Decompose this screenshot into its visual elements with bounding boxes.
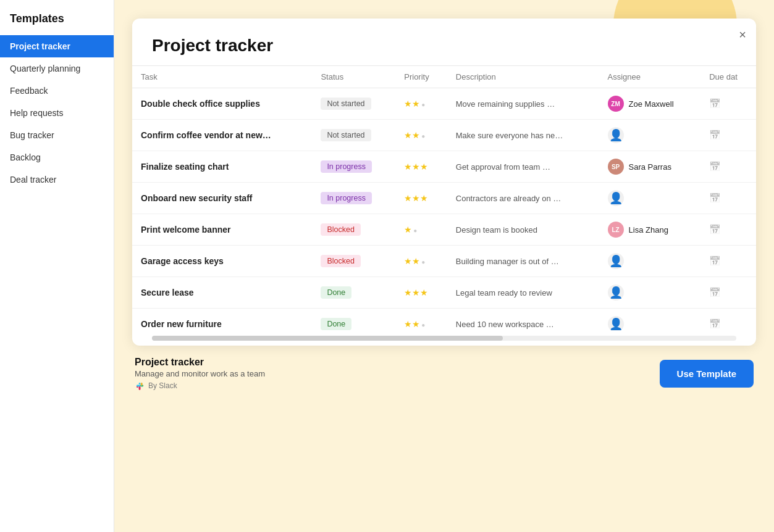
task-cell: Confirm coffee vendor at new… <box>132 120 312 151</box>
due-date-cell: 📅 <box>700 246 756 277</box>
col-task: Task <box>132 66 312 88</box>
due-date-cell: 📅 <box>700 183 756 214</box>
star-filled: ★ <box>412 320 420 329</box>
priority-dot: ● <box>421 322 425 328</box>
priority-cell: ★★● <box>395 120 447 151</box>
table-row[interactable]: Confirm coffee vendor at new…Not started… <box>132 120 756 151</box>
description-cell: Make sure everyone has ne… <box>447 120 599 151</box>
due-date-cell: 📅 <box>700 88 756 120</box>
task-cell: Garage access keys <box>132 246 312 277</box>
calendar-icon: 📅 <box>709 318 721 329</box>
table-body: Double check office suppliesNot started★… <box>132 88 756 331</box>
sidebar-item-deal-tracker[interactable]: Deal tracker <box>0 168 114 191</box>
table-row[interactable]: Onboard new security staffIn progress★★★… <box>132 183 756 214</box>
modal-card: × Project tracker Task Status Priority D… <box>132 19 756 346</box>
priority-dot: ● <box>421 133 425 139</box>
description-cell: Building manager is out of … <box>447 246 599 277</box>
main-content: × Project tracker Task Status Priority D… <box>114 0 774 532</box>
close-button[interactable]: × <box>739 28 746 41</box>
status-cell: Done <box>312 277 395 309</box>
assignee-cell: ZMZoe Maxwell <box>599 88 701 120</box>
table-row[interactable]: Double check office suppliesNot started★… <box>132 88 756 120</box>
avatar: LZ <box>608 222 624 238</box>
task-cell: Order new furniture <box>132 309 312 331</box>
footer-left: Project tracker Manage and monitor work … <box>135 357 265 391</box>
table-row[interactable]: Order new furnitureDone★★●Need 10 new wo… <box>132 309 756 331</box>
sidebar-title: Templates <box>0 10 114 35</box>
description-cell: Legal team ready to review <box>447 277 599 309</box>
task-cell: Secure lease <box>132 277 312 309</box>
priority-cell: ★★★ <box>395 183 447 214</box>
star-filled: ★ <box>412 257 420 266</box>
calendar-icon: 📅 <box>709 161 721 172</box>
scroll-thumb <box>152 336 503 341</box>
scroll-track[interactable] <box>152 336 736 341</box>
table-wrapper[interactable]: Task Status Priority Description Assigne… <box>132 65 756 331</box>
col-description: Description <box>447 66 599 88</box>
sidebar-item-backlog[interactable]: Backlog <box>0 146 114 168</box>
sidebar: Templates Project tracker Quarterly plan… <box>0 0 114 532</box>
star-filled: ★ <box>412 288 420 297</box>
task-cell: Double check office supplies <box>132 88 312 120</box>
calendar-icon: 📅 <box>709 98 721 109</box>
star-filled: ★ <box>404 225 412 235</box>
tracker-table: Task Status Priority Description Assigne… <box>132 65 756 331</box>
status-cell: In progress <box>312 151 395 183</box>
col-status: Status <box>312 66 395 88</box>
col-priority: Priority <box>395 66 447 88</box>
priority-dot: ● <box>413 227 417 234</box>
status-cell: Blocked <box>312 246 395 277</box>
avatar-placeholder: 👤 <box>608 127 624 143</box>
assignee-cell: 👤 <box>599 183 701 214</box>
table-row[interactable]: Garage access keysBlocked★★●Building man… <box>132 246 756 277</box>
star-filled: ★ <box>412 194 420 203</box>
table-row[interactable]: Print welcome bannerBlocked★●Design team… <box>132 214 756 246</box>
footer-description: Manage and monitor work as a team <box>135 369 265 378</box>
task-cell: Finalize seating chart <box>132 151 312 183</box>
star-filled: ★ <box>404 257 412 266</box>
table-row[interactable]: Finalize seating chartIn progress★★★Get … <box>132 151 756 183</box>
priority-cell: ★★● <box>395 309 447 331</box>
due-date-cell: 📅 <box>700 214 756 246</box>
sidebar-item-feedback[interactable]: Feedback <box>0 80 114 102</box>
calendar-icon: 📅 <box>709 193 721 203</box>
avatar: SP <box>608 159 624 175</box>
footer-by: By Slack <box>135 381 265 391</box>
sidebar-item-bug-tracker[interactable]: Bug tracker <box>0 124 114 146</box>
table-header: Task Status Priority Description Assigne… <box>132 66 756 88</box>
assignee-cell: LZLisa Zhang <box>599 214 701 246</box>
use-template-button[interactable]: Use Template <box>660 360 754 388</box>
sidebar-item-quarterly-planning[interactable]: Quarterly planning <box>0 57 114 80</box>
star-filled: ★ <box>420 288 428 297</box>
sidebar-item-help-requests[interactable]: Help requests <box>0 102 114 124</box>
description-cell: Contractors are already on … <box>447 183 599 214</box>
star-filled: ★ <box>404 99 412 109</box>
by-label: By Slack <box>148 381 177 390</box>
star-filled: ★ <box>412 131 420 140</box>
sidebar-item-project-tracker[interactable]: Project tracker <box>0 35 114 57</box>
table-row[interactable]: Secure leaseDone★★★Legal team ready to r… <box>132 277 756 309</box>
assignee-cell: SPSara Parras <box>599 151 701 183</box>
star-filled: ★ <box>404 162 412 172</box>
due-date-cell: 📅 <box>700 277 756 309</box>
due-date-cell: 📅 <box>700 309 756 331</box>
description-cell: Move remaining supplies … <box>447 88 599 120</box>
star-filled: ★ <box>412 99 420 109</box>
modal-header: Project tracker <box>132 19 756 65</box>
priority-cell: ★★● <box>395 246 447 277</box>
star-filled: ★ <box>412 162 420 172</box>
status-cell: Done <box>312 309 395 331</box>
priority-dot: ● <box>421 259 425 265</box>
calendar-icon: 📅 <box>709 130 721 140</box>
avatar-placeholder: 👤 <box>608 285 624 301</box>
star-filled: ★ <box>404 320 412 329</box>
assignee-name: Zoe Maxwell <box>629 99 674 109</box>
footer-title: Project tracker <box>135 357 265 368</box>
col-assignee: Assignee <box>599 66 701 88</box>
status-cell: Not started <box>312 88 395 120</box>
status-cell: Not started <box>312 120 395 151</box>
star-filled: ★ <box>420 194 428 203</box>
star-filled: ★ <box>404 131 412 140</box>
assignee-cell: 👤 <box>599 277 701 309</box>
task-cell: Onboard new security staff <box>132 183 312 214</box>
